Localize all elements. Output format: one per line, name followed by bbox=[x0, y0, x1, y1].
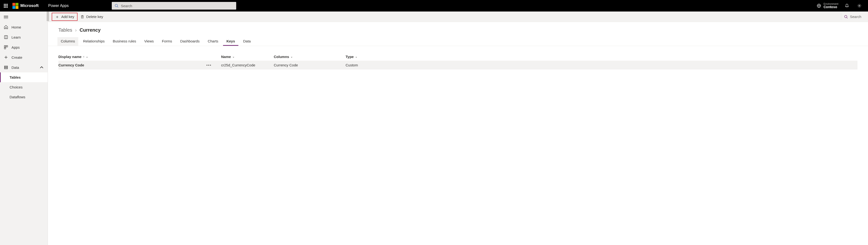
tab-label: Views bbox=[144, 39, 154, 43]
sidebar-item-dataflows[interactable]: Dataflows bbox=[0, 92, 48, 102]
svg-rect-14 bbox=[4, 67, 8, 68]
col-header-label: Display name bbox=[58, 55, 82, 59]
sidebar-item-label: Tables bbox=[9, 75, 21, 79]
global-header: Microsoft Power Apps Environment Contoso bbox=[0, 0, 868, 11]
table-header-row: Display name ↑ ⌄ Name ⌄ Columns ⌄ Type ⌄ bbox=[58, 53, 858, 61]
keys-table: Display name ↑ ⌄ Name ⌄ Columns ⌄ Type ⌄ bbox=[48, 46, 868, 76]
environment-name: Contoso bbox=[824, 5, 838, 9]
chevron-right-icon: › bbox=[75, 27, 77, 33]
tab-data[interactable]: Data bbox=[240, 37, 254, 46]
svg-point-20 bbox=[844, 15, 847, 18]
table-tabs: Columns Relationships Business rules Vie… bbox=[48, 35, 868, 46]
col-header-columns[interactable]: Columns ⌄ bbox=[274, 55, 346, 59]
col-header-name[interactable]: Name ⌄ bbox=[221, 55, 274, 59]
main-content: ＋ Add key Delete key Search Tables › Cur… bbox=[48, 11, 868, 245]
left-sidebar: Home Learn Apps Create Data Tables Choic… bbox=[0, 11, 48, 245]
sidebar-item-label: Apps bbox=[11, 45, 20, 49]
breadcrumb-parent[interactable]: Tables bbox=[58, 27, 72, 33]
tab-forms[interactable]: Forms bbox=[159, 37, 176, 46]
sidebar-item-apps[interactable]: Apps bbox=[0, 42, 48, 52]
col-header-label: Name bbox=[221, 55, 231, 59]
app-title[interactable]: Power Apps bbox=[48, 4, 69, 8]
cmd-label: Delete key bbox=[86, 15, 103, 19]
sidebar-scrollbar[interactable] bbox=[46, 11, 49, 245]
app-launcher-icon[interactable] bbox=[2, 2, 9, 9]
table-row[interactable]: Currency Code ••• cr25d_CurrencyCode Cur… bbox=[58, 61, 858, 70]
sidebar-item-data[interactable]: Data bbox=[0, 62, 48, 73]
plus-icon: ＋ bbox=[55, 15, 59, 19]
sidebar-item-create[interactable]: Create bbox=[0, 52, 48, 62]
gear-icon bbox=[857, 4, 862, 8]
globe-icon bbox=[817, 4, 821, 8]
plus-icon bbox=[4, 55, 8, 59]
row-more-actions[interactable]: ••• bbox=[206, 63, 221, 67]
delete-key-button[interactable]: Delete key bbox=[78, 13, 106, 20]
microsoft-brand-text: Microsoft bbox=[20, 3, 39, 8]
breadcrumb: Tables › Currency bbox=[48, 22, 868, 35]
environment-picker[interactable]: Environment Contoso bbox=[817, 2, 838, 9]
tab-label: Forms bbox=[162, 39, 172, 43]
tab-dashboards[interactable]: Dashboards bbox=[177, 37, 203, 46]
sidebar-toggle[interactable] bbox=[0, 12, 48, 22]
sidebar-item-label: Data bbox=[11, 65, 19, 70]
data-icon bbox=[4, 65, 8, 70]
svg-rect-9 bbox=[6, 46, 8, 47]
global-search[interactable] bbox=[112, 2, 236, 9]
sidebar-item-home[interactable]: Home bbox=[0, 22, 48, 32]
microsoft-logo-icon bbox=[12, 3, 19, 9]
sidebar-item-label: Dataflows bbox=[9, 95, 25, 99]
col-header-display-name[interactable]: Display name ↑ ⌄ bbox=[58, 55, 221, 59]
search-icon bbox=[844, 15, 848, 19]
svg-line-1 bbox=[117, 6, 118, 7]
svg-line-21 bbox=[847, 18, 848, 19]
cmd-label: Add key bbox=[61, 15, 74, 19]
search-icon bbox=[115, 4, 119, 8]
col-header-label: Columns bbox=[274, 55, 289, 59]
breadcrumb-current: Currency bbox=[80, 27, 100, 33]
chevron-down-icon: ⌄ bbox=[86, 55, 88, 58]
sidebar-item-tables[interactable]: Tables bbox=[0, 73, 48, 82]
col-header-type[interactable]: Type ⌄ bbox=[346, 55, 858, 59]
tab-label: Dashboards bbox=[180, 39, 199, 43]
tab-business-rules[interactable]: Business rules bbox=[110, 37, 140, 46]
svg-point-0 bbox=[115, 4, 118, 7]
svg-rect-10 bbox=[4, 48, 6, 49]
tab-charts[interactable]: Charts bbox=[205, 37, 222, 46]
tab-keys[interactable]: Keys bbox=[223, 37, 238, 46]
svg-rect-16 bbox=[81, 16, 83, 18]
svg-point-5 bbox=[859, 5, 860, 6]
sidebar-item-learn[interactable]: Learn bbox=[0, 32, 48, 42]
tab-label: Charts bbox=[208, 39, 218, 43]
sidebar-item-label: Learn bbox=[11, 35, 21, 39]
cell-display-name: Currency Code bbox=[58, 63, 84, 67]
add-key-button[interactable]: ＋ Add key bbox=[52, 13, 78, 21]
home-icon bbox=[4, 25, 8, 29]
trash-icon bbox=[81, 15, 84, 19]
settings-button[interactable] bbox=[856, 2, 863, 9]
tab-views[interactable]: Views bbox=[141, 37, 157, 46]
sidebar-item-label: Choices bbox=[9, 85, 23, 89]
notifications-button[interactable] bbox=[843, 2, 851, 9]
chevron-up-icon bbox=[39, 65, 44, 70]
microsoft-logo[interactable]: Microsoft bbox=[12, 3, 39, 9]
cell-type: Custom bbox=[346, 63, 358, 67]
apps-icon bbox=[4, 45, 8, 49]
global-search-input[interactable] bbox=[121, 4, 233, 8]
bell-icon bbox=[845, 4, 849, 8]
command-search[interactable]: Search bbox=[841, 13, 864, 20]
command-bar: ＋ Add key Delete key Search bbox=[48, 11, 868, 22]
tab-label: Business rules bbox=[113, 39, 136, 43]
sidebar-item-label: Create bbox=[11, 55, 22, 59]
tab-label: Relationships bbox=[83, 39, 104, 43]
svg-rect-13 bbox=[4, 66, 8, 67]
svg-rect-8 bbox=[4, 46, 6, 47]
hamburger-icon bbox=[4, 16, 8, 19]
sidebar-item-choices[interactable]: Choices bbox=[0, 82, 48, 92]
tab-columns[interactable]: Columns bbox=[57, 37, 78, 46]
svg-rect-15 bbox=[4, 68, 8, 69]
sort-ascending-icon: ↑ bbox=[83, 55, 85, 58]
cmd-label: Search bbox=[850, 15, 861, 19]
tab-label: Keys bbox=[226, 39, 235, 43]
chevron-down-icon: ⌄ bbox=[355, 55, 357, 58]
tab-relationships[interactable]: Relationships bbox=[80, 37, 108, 46]
